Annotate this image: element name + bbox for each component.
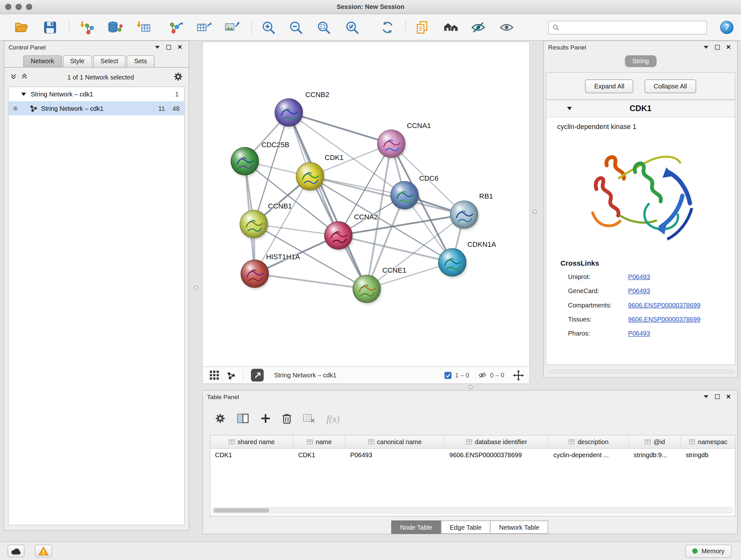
network-node-cdc25b[interactable] bbox=[231, 147, 259, 176]
import-network-file-button[interactable] bbox=[77, 18, 96, 37]
show-all-button[interactable] bbox=[496, 18, 516, 37]
network-node-cdk1[interactable] bbox=[296, 162, 324, 191]
node-label-ccnb1: CCNB1 bbox=[268, 202, 292, 210]
disclosure-triangle-icon[interactable] bbox=[567, 107, 572, 110]
open-session-button[interactable] bbox=[11, 18, 31, 37]
gear-icon bbox=[173, 71, 183, 81]
network-node-hist1h1a[interactable] bbox=[241, 260, 269, 288]
results-horizontal-scrollbar[interactable] bbox=[547, 370, 734, 374]
network-view-title: String Network – cdk1 bbox=[274, 372, 337, 379]
tab-edge-table[interactable]: Edge Table bbox=[441, 520, 490, 534]
panel-float-button[interactable] bbox=[701, 392, 711, 401]
help-button[interactable]: ? bbox=[720, 21, 733, 34]
network-collection-row[interactable]: String Network – cdk1 1 bbox=[9, 87, 185, 101]
panel-maximize-button[interactable] bbox=[164, 43, 173, 52]
tab-style[interactable]: Style bbox=[63, 55, 92, 67]
import-table-file-button[interactable] bbox=[133, 18, 153, 37]
selected-count: 1 – 0 bbox=[455, 372, 469, 379]
selected-filter-checkbox[interactable] bbox=[444, 371, 452, 379]
bottom-splitter-handle[interactable] bbox=[468, 385, 473, 389]
network-canvas[interactable]: CCNB2CCNA1CDC25BCDK1CDC6RB1CCNB1CCNA2CDK… bbox=[203, 42, 529, 367]
crosslink-value-link[interactable]: 9606.ENSP00000378699 bbox=[628, 315, 700, 324]
zoom-in-button[interactable] bbox=[259, 18, 278, 37]
panel-maximize-button[interactable] bbox=[713, 392, 722, 401]
tab-sets[interactable]: Sets bbox=[127, 55, 154, 67]
panel-float-button[interactable] bbox=[701, 43, 711, 52]
expand-all-button[interactable]: Expand All bbox=[585, 79, 633, 93]
panel-close-button[interactable]: × bbox=[724, 392, 733, 401]
tab-node-table[interactable]: Node Table bbox=[391, 520, 441, 534]
crosslink-value-link[interactable]: P06493 bbox=[628, 287, 650, 296]
export-table-button[interactable] bbox=[194, 18, 214, 37]
search-icon bbox=[552, 24, 559, 31]
string-results-tab[interactable]: String bbox=[624, 55, 657, 67]
warnings-button[interactable] bbox=[35, 545, 52, 557]
browser-home-button[interactable] bbox=[441, 18, 461, 37]
network-options-button[interactable] bbox=[173, 71, 183, 82]
panel-close-button[interactable]: × bbox=[175, 43, 184, 52]
zoom-out-button[interactable] bbox=[286, 18, 306, 37]
table-cell: CDK1 bbox=[293, 451, 346, 458]
tab-network[interactable]: Network bbox=[23, 55, 62, 67]
right-splitter-handle[interactable] bbox=[533, 209, 537, 213]
document-copy-button[interactable] bbox=[412, 18, 432, 37]
panel-float-button[interactable] bbox=[152, 43, 161, 52]
table-cell: stringdb:9... bbox=[629, 451, 681, 458]
panel-close-button[interactable]: × bbox=[724, 43, 733, 52]
zoom-selected-button[interactable] bbox=[342, 18, 362, 37]
memory-button[interactable]: Memory bbox=[685, 544, 732, 557]
column-header-5[interactable]: @id bbox=[629, 435, 681, 448]
column-header-3[interactable]: database identifier bbox=[445, 435, 549, 448]
network-node-ccnb1[interactable] bbox=[240, 210, 268, 239]
crosslink-value-link[interactable]: P06493 bbox=[628, 329, 650, 338]
open-in-browser-button[interactable] bbox=[251, 369, 264, 381]
crosslink-value-link[interactable]: P06493 bbox=[628, 273, 650, 281]
network-share-button[interactable] bbox=[227, 371, 235, 380]
disclosure-triangle-icon[interactable] bbox=[21, 92, 26, 96]
network-node-cdkn1a[interactable] bbox=[438, 248, 467, 276]
export-image-button[interactable] bbox=[222, 18, 242, 37]
crosslink-value-link[interactable]: 9606.ENSP00000378699 bbox=[628, 301, 700, 310]
import-network-database-button[interactable] bbox=[105, 18, 125, 37]
protein-entry-header[interactable]: CDK1 bbox=[546, 100, 735, 117]
table-options-button[interactable] bbox=[215, 413, 226, 425]
table-horizontal-scrollbar[interactable] bbox=[212, 507, 733, 513]
zoom-fit-button[interactable] bbox=[314, 18, 333, 37]
network-node-rb1[interactable] bbox=[450, 200, 478, 229]
export-network-button[interactable] bbox=[166, 18, 186, 37]
clear-table-button[interactable] bbox=[303, 413, 315, 425]
column-header-2[interactable]: canonical name bbox=[346, 435, 445, 448]
cloud-status-button[interactable] bbox=[8, 545, 24, 557]
hide-selected-button[interactable] bbox=[468, 18, 488, 37]
show-columns-button[interactable] bbox=[237, 413, 249, 425]
create-column-button[interactable] bbox=[260, 413, 271, 425]
panel-maximize-button[interactable] bbox=[713, 43, 722, 52]
column-header-0[interactable]: shared name bbox=[210, 435, 293, 448]
network-node-ccne1[interactable] bbox=[353, 274, 381, 303]
apply-layout-button[interactable] bbox=[378, 18, 397, 37]
column-header-6[interactable]: namespac bbox=[681, 435, 735, 448]
network-node-cdc6[interactable] bbox=[390, 181, 419, 209]
column-header-4[interactable]: description bbox=[549, 435, 629, 448]
birdseye-view-button[interactable] bbox=[209, 370, 219, 380]
search-input[interactable] bbox=[562, 24, 703, 31]
network-node-ccna2[interactable] bbox=[324, 221, 353, 250]
tab-select[interactable]: Select bbox=[93, 55, 126, 67]
pan-mode-button[interactable] bbox=[513, 369, 524, 381]
function-builder-button[interactable]: f(x) bbox=[327, 414, 340, 424]
delete-column-button[interactable] bbox=[282, 413, 292, 425]
left-splitter-handle[interactable] bbox=[194, 286, 198, 290]
network-node-ccna1[interactable] bbox=[377, 130, 406, 158]
collapse-all-button[interactable]: Collapse All bbox=[645, 79, 696, 93]
save-session-button[interactable] bbox=[40, 18, 60, 37]
tab-network-table[interactable]: Network Table bbox=[490, 520, 549, 534]
node-label-hist1h1a: HIST1H1A bbox=[266, 253, 300, 260]
network-row-selected[interactable]: String Network – cdk1 11 48 bbox=[9, 101, 185, 115]
column-header-1[interactable]: name bbox=[293, 435, 346, 448]
expand-all-networks-button[interactable] bbox=[21, 73, 28, 81]
hidden-filter-button[interactable] bbox=[478, 371, 487, 379]
collapse-all-networks-button[interactable] bbox=[10, 73, 17, 81]
scrollbar-thumb[interactable] bbox=[213, 508, 269, 512]
table-row[interactable]: CDK1CDK1P064939606.ENSP00000378699cyclin… bbox=[210, 449, 735, 461]
network-node-ccnb2[interactable] bbox=[274, 98, 303, 127]
